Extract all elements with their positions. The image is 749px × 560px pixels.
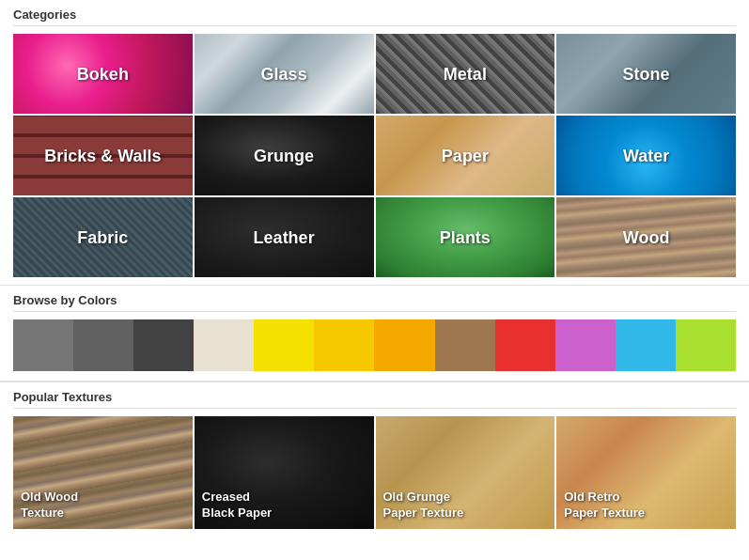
category-fabric[interactable]: Fabric (13, 197, 193, 277)
color-swatch-dark-gray2[interactable] (133, 319, 194, 371)
color-swatch-medium-gray[interactable] (73, 319, 133, 371)
texture-item-old-wood[interactable]: Old Wood Texture (13, 416, 193, 529)
category-leather[interactable]: Leather (195, 197, 374, 277)
texture-label-old-grunge-paper: Old Grunge Paper Texture (383, 490, 464, 521)
popular-textures-title: Popular Textures (13, 390, 736, 409)
browse-colors-title: Browse by Colors (13, 293, 736, 312)
category-grunge[interactable]: Grunge (195, 116, 374, 195)
category-glass[interactable]: Glass (195, 34, 374, 114)
category-plants[interactable]: Plants (376, 197, 555, 277)
texture-label-old-wood: Old Wood Texture (21, 490, 78, 521)
category-paper[interactable]: Paper (376, 116, 555, 195)
texture-item-old-retro-paper[interactable]: Old Retro Paper Texture (556, 416, 736, 529)
color-swatch-light-beige[interactable] (194, 319, 254, 371)
color-swatch-lime[interactable] (676, 319, 736, 371)
color-swatch-red[interactable] (495, 319, 555, 371)
categories-grid: Bokeh Glass Metal Stone Bricks & Walls G… (13, 34, 736, 277)
colors-row (13, 319, 736, 371)
category-wood[interactable]: Wood (556, 197, 736, 277)
textures-row: Old Wood TextureCreased Black PaperOld G… (13, 416, 736, 529)
texture-item-creased-black-paper[interactable]: Creased Black Paper (195, 416, 374, 529)
texture-label-old-retro-paper: Old Retro Paper Texture (564, 490, 645, 521)
color-swatch-cyan[interactable] (616, 319, 676, 371)
texture-label-creased-black-paper: Creased Black Paper (202, 490, 272, 521)
category-stone[interactable]: Stone (556, 34, 736, 114)
categories-title: Categories (13, 8, 736, 26)
category-metal[interactable]: Metal (376, 34, 555, 114)
browse-colors-section: Browse by Colors (0, 286, 749, 381)
category-bokeh[interactable]: Bokeh (13, 34, 193, 114)
color-swatch-yellow2[interactable] (314, 319, 374, 371)
color-swatch-tan[interactable] (435, 319, 495, 371)
popular-textures-section: Popular Textures Old Wood TextureCreased… (0, 381, 749, 537)
color-swatch-purple[interactable] (555, 319, 616, 371)
color-swatch-yellow[interactable] (254, 319, 314, 371)
category-water[interactable]: Water (556, 116, 736, 195)
categories-section: Categories Bokeh Glass Metal Stone Brick… (0, 0, 749, 285)
category-bricks[interactable]: Bricks & Walls (13, 116, 193, 195)
color-swatch-amber[interactable] (374, 319, 434, 371)
texture-item-old-grunge-paper[interactable]: Old Grunge Paper Texture (376, 416, 555, 529)
color-swatch-dark-gray[interactable] (13, 319, 73, 371)
